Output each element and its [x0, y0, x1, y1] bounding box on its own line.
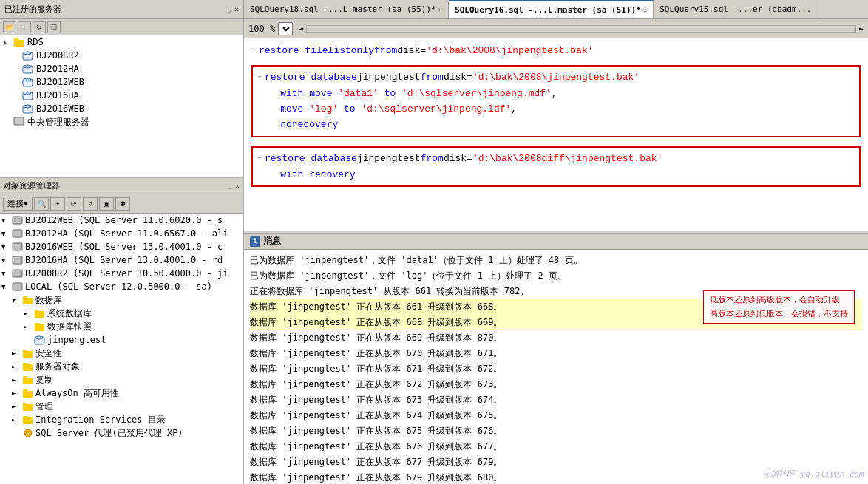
tree-item-bj2008r2[interactable]: BJ2008R2: [0, 49, 243, 62]
security-label: 安全性: [35, 347, 62, 360]
close-icon[interactable]: ✕: [234, 5, 239, 13]
integration-label: Integration Services 目录: [35, 414, 166, 426]
scrollbar-right[interactable]: ►: [859, 24, 864, 33]
svg-rect-15: [14, 218, 16, 222]
tree-databases[interactable]: ▼ 数据库: [0, 293, 243, 307]
code-str6: 'd:\bak\2008diff\jinpengtest.bak': [472, 151, 662, 166]
tree-sqlagent[interactable]: A SQL Server 代理(已禁用代理 XP): [0, 426, 243, 440]
bj2012web-label: BJ2012WEB: [36, 77, 84, 87]
app-container: 已注册的服务器 ⌟ ✕ SQLQuery18.sql -...L.master …: [0, 0, 868, 484]
str-ldf: 'd:\sqlserver\jinpeng.ldf': [361, 103, 511, 115]
panel-controls: ⌟ ✕: [227, 5, 239, 13]
code-line-3: with move 'data1' to 'd:\sqlserver\jinpe…: [257, 86, 855, 101]
tree-item-bj2012web[interactable]: BJ2012WEB: [0, 75, 243, 89]
left-panel: 📂 + ↻ ☐ ▲ RDS BJ2008R2: [0, 19, 244, 484]
oe-btn-3[interactable]: ⟳: [67, 197, 81, 211]
alwayson-label: AlwaysOn 高可用性: [35, 387, 119, 400]
db-icon-bj2016web: [22, 103, 34, 114]
bj2016ha-label: BJ2016HA: [36, 90, 79, 100]
server-icon-1: [12, 215, 24, 225]
kw-norecovery: norecovery: [280, 119, 338, 130]
svg-point-11: [24, 105, 31, 108]
tree-replication[interactable]: ► 复制: [0, 373, 243, 386]
tree-jinpengtest[interactable]: jinpengtest: [0, 333, 243, 347]
code-str1: 'd:\bak\2008\jinpengtest.bak': [426, 43, 593, 58]
kw-with: with move: [280, 88, 338, 99]
oe-btn-5[interactable]: ▣: [99, 197, 114, 211]
tree-local[interactable]: ▼ LOCAL (SQL Server 12.0.5000.0 - sa): [0, 280, 243, 293]
tree-integration[interactable]: ► Integration Services 目录: [0, 413, 243, 426]
left-panel-title-top: 已注册的服务器 ⌟ ✕: [0, 0, 244, 18]
code-disk6: disk=: [444, 151, 472, 166]
tree-item-rds[interactable]: ▲ RDS: [0, 35, 243, 49]
tree-bj2016ha[interactable]: ▼ BJ2016HA (SQL Server 13.0.4001.0 - rd: [0, 253, 243, 267]
watermark: 云栖社区 yq.aliyun.com: [762, 467, 864, 481]
tree-server-objects[interactable]: ► 服务器对象: [0, 360, 243, 373]
oe-btn-6[interactable]: ⚉: [115, 197, 130, 211]
connect-btn[interactable]: 连接▾: [3, 197, 33, 211]
oe-btn-2[interactable]: +: [50, 197, 65, 211]
str-data1: 'data1': [338, 88, 379, 99]
svg-rect-19: [13, 256, 22, 264]
toolbar-btn-4[interactable]: ☐: [47, 21, 61, 33]
svg-rect-16: [18, 218, 20, 222]
svg-rect-41: [23, 416, 27, 419]
tree-management[interactable]: ► 管理: [0, 400, 243, 413]
tree-security[interactable]: ► 安全性: [0, 347, 243, 360]
tab-sqlquery18[interactable]: SQLQuery18.sql -...L.master (sa (55))* ✕: [244, 0, 449, 18]
oe-btn-1[interactable]: 🔍: [34, 197, 49, 211]
registered-servers-title: 已注册的服务器: [4, 4, 61, 15]
sqlagent-label: SQL Server 代理(已禁用代理 XP): [35, 427, 183, 440]
editor-area[interactable]: ⁃ restore filelistonly from disk= 'd:\ba…: [244, 38, 868, 231]
folder-icon-rds: [13, 37, 25, 47]
svg-rect-17: [13, 230, 22, 237]
tab-sqlquery15-label: SQLQuery15.sql -...er (dbadm...: [660, 4, 811, 14]
msg-8: 数据库 'jinpengtest' 正在从版本 672 升级到版本 673。: [250, 377, 862, 392]
registered-servers-panel: 📂 + ↻ ☐ ▲ RDS BJ2008R2: [0, 19, 243, 178]
blank-1: [251, 59, 861, 64]
databases-label: 数据库: [35, 294, 62, 307]
tree-item-bj2016ha[interactable]: BJ2016HA: [0, 89, 243, 102]
tree-item-central[interactable]: 中央管理服务器: [0, 115, 243, 129]
tree-expand-rds: ▲: [3, 38, 13, 46]
tab-sqlquery16[interactable]: SQLQuery16.sql -...L.master (sa (51))* ✕: [449, 0, 654, 18]
scrollbar-track[interactable]: [306, 25, 856, 33]
tree-system-db[interactable]: ► 系统数据库: [0, 307, 243, 320]
zoom-dropdown[interactable]: ▼: [278, 22, 293, 35]
tree-bj2012web[interactable]: ▼ BJ2012WEB (SQL Server 11.0.6020.0 - s: [0, 214, 243, 227]
tab-sqlquery16-close[interactable]: ✕: [643, 7, 647, 14]
tab-sqlquery15[interactable]: SQLQuery15.sql -...er (dbadm...: [654, 0, 818, 18]
svg-rect-14: [13, 217, 22, 224]
svg-point-3: [24, 52, 31, 55]
toolbar-btn-3[interactable]: ↻: [33, 21, 46, 33]
pin-icon[interactable]: ⌟: [227, 5, 231, 13]
tree-alwayson[interactable]: ► AlwaysOn 高可用性: [0, 386, 243, 400]
scrollbar-left[interactable]: ◄: [299, 24, 303, 33]
str-log: 'log': [309, 103, 338, 115]
tree-bj2016web[interactable]: ▼ BJ2016WEB (SQL Server 13.0.4001.0 - c: [0, 240, 243, 253]
to-2: to: [338, 103, 361, 115]
toolbar-btn-2[interactable]: +: [18, 21, 31, 33]
to-1: to: [379, 88, 401, 99]
toolbar-btn-1[interactable]: 📂: [3, 21, 16, 33]
watermark-text: 云栖社区 yq.aliyun.com: [762, 469, 864, 479]
kw-move: move: [280, 103, 309, 115]
tree-bj2012ha[interactable]: ▼ BJ2012HA (SQL Server 11.0.6567.0 - ali: [0, 227, 243, 240]
tree-item-bj2012ha[interactable]: BJ2012HA: [0, 62, 243, 75]
results-area: i 消息 已为数据库 'jinpengtest'，文件 'data1'（位于文件…: [244, 234, 868, 484]
msg-5: 数据库 'jinpengtest' 正在从版本 669 升级到版本 870。: [250, 330, 862, 346]
msg-7: 数据库 'jinpengtest' 正在从版本 671 升级到版本 672。: [250, 361, 862, 377]
db-icon-bj2008r2: [22, 50, 34, 61]
db-icon-jpt: [34, 335, 46, 345]
tree-db-snapshot[interactable]: ► 数据库快照: [0, 320, 243, 333]
tree-item-bj2016web[interactable]: BJ2016WEB: [0, 102, 243, 115]
bj2008r2-label: BJ2008R2: [36, 50, 79, 61]
pin-icon-oe[interactable]: ⌟: [228, 182, 232, 190]
bj2012ha-label: BJ2012HA: [36, 64, 79, 74]
tab-sqlquery18-close[interactable]: ✕: [438, 6, 442, 13]
tree-bj2008r2[interactable]: ▼ BJ2008R2 (SQL Server 10.50.4000.0 - ji: [0, 267, 243, 280]
svg-point-5: [24, 65, 31, 68]
code-from6: from: [421, 151, 444, 166]
oe-btn-4[interactable]: ▿: [83, 197, 98, 211]
close-icon-oe[interactable]: ✕: [235, 182, 240, 190]
